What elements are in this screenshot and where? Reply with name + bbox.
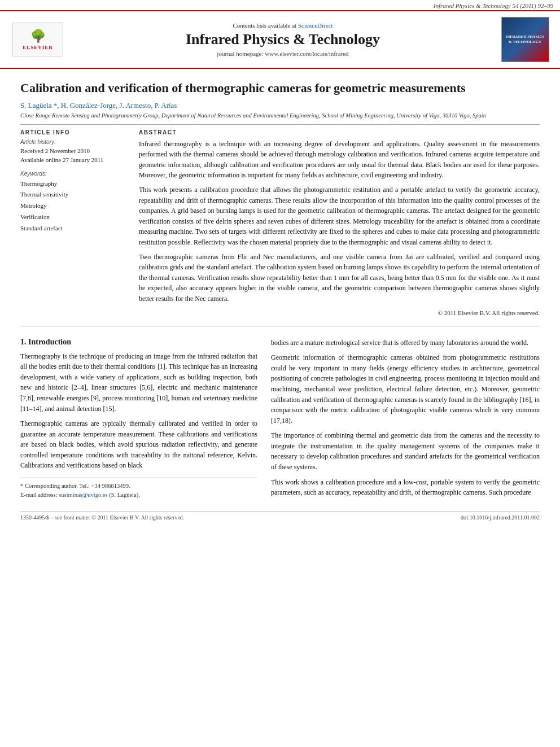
journal-cover-image: INFRARED PHYSICS & TECHNOLOGY	[501, 17, 549, 62]
keywords-label: Keywords:	[20, 171, 128, 177]
keyword-thermal-sensitivity: Thermal sensitivity	[20, 189, 128, 200]
keyword-metrology: Metrology	[20, 200, 128, 212]
journal-title: Infrared Physics & Technology	[75, 31, 491, 48]
keyword-standard-artefact: Standard artefact	[20, 223, 128, 234]
email-label: E-mail address:	[20, 492, 58, 498]
intro-right-column: bodies are a mature metrological service…	[271, 338, 540, 503]
journal-header: 🌳 ELSEVIER Contents lists available at S…	[0, 10, 560, 69]
intro-para-1: Thermography is the technique of produci…	[20, 351, 257, 414]
main-content: Calibration and verification of thermogr…	[0, 80, 560, 525]
journal-title-area: Contents lists available at ScienceDirec…	[75, 17, 491, 62]
doi-text: doi:10.1016/j.infrared.2011.01.002	[461, 514, 540, 521]
section-heading: Introduction	[28, 338, 71, 346]
intro-para-2: Thermographic cameras are typically ther…	[20, 418, 257, 471]
article-history-label: Article history:	[20, 139, 128, 145]
intro-left-text: Thermography is the technique of produci…	[20, 351, 257, 471]
received-date: Received 2 November 2010	[20, 146, 128, 156]
sciencedirect-link[interactable]: ScienceDirect	[298, 22, 333, 29]
keyword-verification: Verification	[20, 212, 128, 223]
article-info-column: ARTICLE INFO Article history: Received 2…	[20, 129, 128, 318]
divider-1	[20, 124, 540, 125]
intro-left-column: 1. Introduction Thermography is the tech…	[20, 338, 257, 503]
email-link[interactable]: susiminas@uvigo.es	[59, 492, 107, 498]
footnote-area: * Corresponding author. Tel.: +34 986813…	[20, 478, 257, 500]
elsevier-logo: 🌳 ELSEVIER	[12, 23, 63, 56]
journal-homepage: journal homepage: www.elsevier.com/locat…	[75, 50, 491, 57]
article-history-section: Article history: Received 2 November 201…	[20, 139, 128, 165]
journal-reference: Infrared Physics & Technology 54 (2011) …	[0, 0, 560, 10]
keywords-section: Keywords: Thermography Thermal sensitivi…	[20, 171, 128, 234]
intro-right-para-1: bodies are a mature metrological service…	[271, 338, 540, 348]
authors-text: S. Lagüela *, H. González-Jorge, J. Arme…	[20, 101, 177, 110]
intro-right-para-4: This work shows a calibration procedure …	[271, 477, 540, 498]
intro-right-text: bodies are a mature metrological service…	[271, 338, 540, 498]
affiliation-text: Close Range Remote Sensing and Photogram…	[20, 112, 540, 119]
section-title: 1. Introduction	[20, 338, 257, 347]
bottom-bar: 1350-4495/$ – see front matter © 2011 El…	[20, 512, 540, 525]
intro-right-para-3: The importance of combining thermal and …	[271, 430, 540, 472]
section-number: 1.	[20, 338, 27, 346]
journal-cover-area: INFRARED PHYSICS & TECHNOLOGY	[497, 17, 553, 62]
footnote-email-line: E-mail address: susiminas@uvigo.es (S. L…	[20, 491, 257, 500]
divider-2	[20, 326, 540, 326]
tree-icon: 🌳	[30, 29, 46, 43]
available-date: Available online 27 January 2011	[20, 155, 128, 165]
footnote-corresponding: * Corresponding author. Tel.: +34 986813…	[20, 482, 257, 491]
authors-line: S. Lagüela *, H. González-Jorge, J. Arme…	[20, 101, 540, 110]
info-abstract-section: ARTICLE INFO Article history: Received 2…	[20, 129, 540, 318]
cover-text: INFRARED PHYSICS & TECHNOLOGY	[504, 34, 546, 45]
contents-available-line: Contents lists available at ScienceDirec…	[75, 22, 491, 29]
article-info-label: ARTICLE INFO	[20, 129, 128, 136]
elsevier-label: ELSEVIER	[23, 45, 53, 50]
introduction-section: 1. Introduction Thermography is the tech…	[20, 338, 540, 503]
contents-text: Contents lists available at	[233, 22, 296, 29]
abstract-label: ABSTRACT	[139, 129, 540, 136]
keyword-thermography: Thermography	[20, 178, 128, 190]
abstract-para-3: Two thermographic cameras from Flir and …	[139, 252, 540, 304]
abstract-para-2: This work presents a calibration procedu…	[139, 185, 540, 248]
abstract-text: Infrared thermography is a technique wit…	[139, 139, 540, 318]
article-title: Calibration and verification of thermogr…	[20, 80, 540, 97]
intro-right-para-2: Geometric information of thermographic c…	[271, 352, 540, 426]
email-suffix: (S. Lagüela).	[109, 492, 140, 498]
issn-text: 1350-4495/$ – see front matter © 2011 El…	[20, 514, 184, 521]
copyright-line: © 2011 Elsevier B.V. All rights reserved…	[139, 308, 540, 318]
journal-ref-text: Infrared Physics & Technology 54 (2011) …	[434, 2, 553, 9]
publisher-logo-area: 🌳 ELSEVIER	[7, 17, 69, 62]
abstract-para-1: Infrared thermography is a technique wit…	[139, 139, 540, 181]
abstract-column: ABSTRACT Infrared thermography is a tech…	[139, 129, 540, 318]
keywords-list: Thermography Thermal sensitivity Metrolo…	[20, 178, 128, 234]
